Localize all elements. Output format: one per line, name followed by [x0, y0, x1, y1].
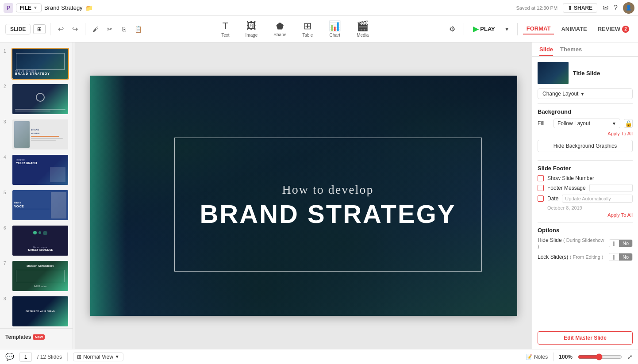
settings-button[interactable]: ⚙: [446, 23, 458, 35]
change-layout-button[interactable]: Change Layout ▼: [538, 88, 633, 99]
date-option-input[interactable]: [562, 195, 633, 203]
media-tool[interactable]: 🎬 Media: [353, 19, 372, 39]
edit-master-slide-button[interactable]: Edit Master Slide: [538, 331, 633, 345]
scissors-button[interactable]: ✂: [104, 23, 115, 35]
list-item[interactable]: 3 BRAND MESSAGE: [0, 117, 73, 152]
text-tool[interactable]: T Text: [218, 19, 233, 39]
mail-icon[interactable]: ✉: [603, 4, 608, 12]
list-item[interactable]: 5 Have a VOICE: [0, 188, 73, 223]
footer-message-input[interactable]: [589, 184, 633, 192]
slide-thumbnail[interactable]: Integrate YOUR BRAND: [12, 154, 69, 186]
date-checkbox[interactable]: [538, 195, 544, 202]
list-item[interactable]: 8 BE TRUE TO YOUR BRAND: [0, 294, 73, 329]
media-label: Media: [357, 33, 369, 38]
footer-message-checkbox[interactable]: [538, 185, 544, 191]
file-chevron: ▼: [33, 5, 38, 10]
zoom-slider[interactable]: [578, 353, 622, 360]
hide-slide-toggle-no[interactable]: No: [619, 240, 632, 247]
slide-thumbnail[interactable]: BRAND MESSAGE: [12, 119, 69, 150]
lock-slide-toggle-no[interactable]: No: [619, 253, 632, 261]
media-icon: 🎬: [357, 20, 369, 32]
share-button[interactable]: ⬆ SHARE: [563, 3, 597, 13]
list-item[interactable]: 1 How to develop BRAND STRATEGY: [0, 46, 73, 81]
show-slide-number-label: Show Slide Number: [547, 175, 594, 181]
footer-apply-to-all-link[interactable]: Apply To All: [538, 212, 633, 218]
slide-thumbnail[interactable]: Focus on your TARGET AUDIENCE: [12, 225, 69, 257]
help-icon[interactable]: ?: [614, 4, 618, 12]
notes-button[interactable]: 📝 Notes: [526, 354, 548, 360]
hide-slide-toggle-pause[interactable]: ||: [609, 240, 619, 247]
text-icon: T: [223, 20, 228, 32]
show-slide-number-checkbox[interactable]: [538, 175, 544, 181]
lock-slide-option: Lock Slide(s) ( From Editing ) || No: [538, 253, 633, 261]
slide-canvas[interactable]: How to develop BRAND STRATEGY: [90, 76, 517, 316]
tab-format[interactable]: FORMAT: [523, 23, 554, 34]
templates-button[interactable]: Templates New: [4, 332, 69, 342]
slide-button[interactable]: SLIDE: [5, 24, 31, 34]
page-input[interactable]: [19, 352, 32, 362]
slide-number: 4: [4, 155, 9, 160]
lock-slide-toggle-pause[interactable]: ||: [609, 253, 619, 261]
date-value: October 8, 2019: [547, 205, 633, 211]
slide-preview-row: Title Slide: [538, 62, 633, 84]
slide-thumbnail[interactable]: BE TRUE TO YOUR BRAND: [12, 295, 69, 327]
fill-row: Fill Follow Layout ▼ 🔒: [538, 119, 633, 128]
list-item[interactable]: 2: [0, 81, 73, 117]
slide-thumbnail[interactable]: How to develop BRAND STRATEGY: [12, 48, 69, 80]
copy-button[interactable]: ⎘: [118, 23, 130, 35]
image-tool[interactable]: 🖼 Image: [242, 19, 261, 39]
review-badge: 2: [622, 26, 629, 33]
fill-option-label: Follow Layout: [557, 120, 590, 126]
slide-number: 8: [4, 296, 9, 301]
file-label: FILE: [20, 5, 31, 11]
tab-animate[interactable]: ANIMATE: [557, 24, 590, 34]
hide-background-graphics-button[interactable]: Hide Background Graphics: [538, 140, 633, 152]
play-dropdown[interactable]: ▼: [502, 24, 512, 34]
table-label: Table: [302, 33, 313, 38]
avatar[interactable]: 👤: [623, 2, 634, 14]
date-label: Date: [547, 195, 558, 202]
slide-number: 3: [4, 119, 9, 124]
slide-panel: 1 How to develop BRAND STRATEGY 2: [0, 42, 73, 349]
lock-slide-toggle[interactable]: || No: [609, 253, 633, 261]
slide-content-box[interactable]: How to develop BRAND STRATEGY: [174, 138, 482, 272]
bottom-divider2: [553, 353, 553, 361]
shape-tool[interactable]: ⬟ Shape: [270, 19, 290, 39]
saved-status: Saved at 12:30 PM: [516, 5, 558, 11]
paint-format-button[interactable]: 🖌: [90, 23, 101, 35]
slide-number: 2: [4, 84, 9, 89]
tab-themes[interactable]: Themes: [560, 46, 582, 56]
redo-button[interactable]: ↪: [69, 23, 81, 35]
comment-icon[interactable]: 💬: [5, 353, 14, 361]
list-item[interactable]: 7 Maintain Consistency Add Emotion: [0, 258, 73, 294]
tab-review[interactable]: REVIEW 2: [594, 24, 633, 34]
slide-thumbnail[interactable]: [12, 83, 69, 115]
chevron-down-icon: ▼: [612, 121, 616, 126]
slide-thumbnail[interactable]: Have a VOICE: [12, 189, 69, 221]
list-item[interactable]: 4 Integrate YOUR BRAND: [0, 152, 73, 188]
chevron-down-icon: ▼: [580, 92, 584, 96]
tab-slide[interactable]: Slide: [539, 46, 553, 56]
hide-slide-toggle[interactable]: || No: [609, 239, 633, 247]
toolbar: SLIDE ⊞ ↩ ↪ 🖌 ✂ ⎘ 📋 T Text 🖼 Image ⬟ Sha…: [0, 16, 638, 42]
fill-dropdown[interactable]: Follow Layout ▼: [553, 119, 620, 128]
play-button[interactable]: ▶ PLAY: [469, 23, 498, 35]
show-slide-number-item: Show Slide Number: [538, 175, 633, 181]
divider2: [538, 160, 633, 161]
normal-view-button[interactable]: ⊞ Normal View ▼: [73, 353, 123, 361]
table-tool[interactable]: ⊞ Table: [299, 19, 316, 39]
file-button[interactable]: FILE ▼: [16, 4, 42, 12]
paste-button[interactable]: 📋: [132, 23, 144, 35]
slide-thumbnail[interactable]: Maintain Consistency Add Emotion: [12, 260, 69, 292]
list-item[interactable]: 6 Focus on your TARGET AUDIENCE: [0, 223, 73, 258]
undo-button[interactable]: ↩: [55, 23, 66, 35]
divider4: [517, 23, 518, 35]
footer-message-item: Footer Message: [538, 184, 633, 192]
fill-lock-button[interactable]: 🔒: [624, 119, 633, 128]
app-icon: P: [4, 3, 13, 13]
apply-to-all-link[interactable]: Apply To All: [538, 131, 633, 136]
fullscreen-icon[interactable]: ⤢: [627, 353, 633, 360]
bottom-left: 💬 / 12 Slides: [5, 352, 62, 362]
chart-tool[interactable]: 📊 Chart: [325, 19, 344, 39]
layout-toggle-button[interactable]: ⊞: [33, 24, 46, 34]
